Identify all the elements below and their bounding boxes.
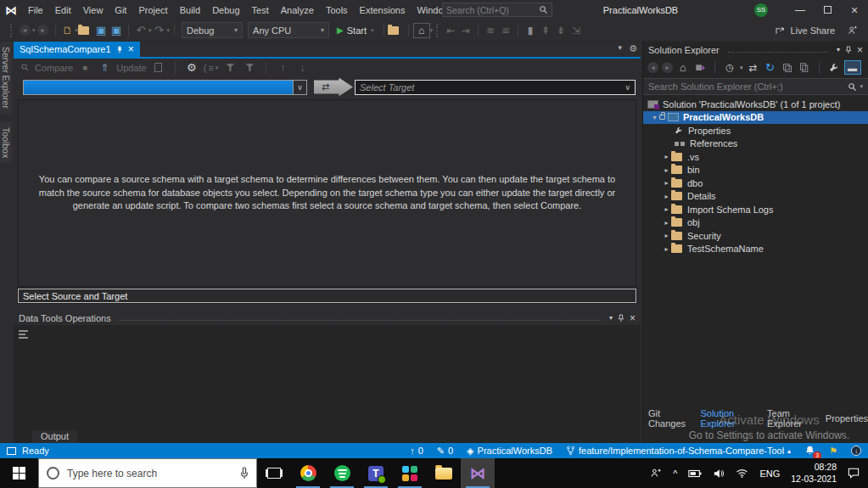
collapsed-arrow-icon[interactable]: ▸: [662, 205, 671, 213]
sync-with-active-document-button[interactable]: ⇄: [747, 61, 760, 75]
menu-git[interactable]: Git: [109, 0, 132, 20]
close-tab-icon[interactable]: ×: [128, 43, 134, 55]
update-button[interactable]: Update: [116, 63, 146, 73]
prev-bookmark-icon[interactable]: ⇞: [538, 23, 553, 38]
tree-row-folder-testschemaname[interactable]: ▸ TestSchemaName: [643, 243, 868, 256]
new-project-icon[interactable]: 🗋: [60, 23, 76, 38]
select-target-dropdown[interactable]: Select Target ∨: [355, 80, 636, 95]
toolbar-grip[interactable]: [10, 24, 14, 37]
undo-icon[interactable]: ↶: [133, 23, 148, 38]
start-debugging-button[interactable]: ▶ Start ▾: [337, 25, 373, 36]
navigate-forward-icon[interactable]: ▸: [36, 23, 51, 38]
menu-build[interactable]: Build: [174, 0, 206, 20]
send-feedback-icon[interactable]: [847, 25, 858, 36]
collapse-all-button[interactable]: [781, 61, 794, 75]
indent-decrease-icon[interactable]: ⇤: [443, 23, 458, 38]
notifications-button[interactable]: 3: [804, 445, 815, 457]
taskbar-chrome-button[interactable]: [291, 458, 325, 488]
properties-tab[interactable]: Properties: [826, 413, 868, 423]
task-view-button[interactable]: [257, 458, 291, 488]
battery-icon[interactable]: [688, 469, 702, 478]
tree-row-folder-bin[interactable]: ▸ bin: [643, 164, 868, 177]
collapsed-arrow-icon[interactable]: ▸: [662, 219, 671, 227]
solution-configurations-dropdown[interactable]: Debug ▾: [182, 22, 243, 38]
stop-icon[interactable]: ■: [77, 60, 92, 76]
update-available-icon[interactable]: ↓: [851, 446, 861, 456]
action-center-icon[interactable]: [848, 468, 860, 479]
window-position-dropdown-icon[interactable]: ▾: [609, 314, 613, 322]
next-bookmark-icon[interactable]: ⇟: [553, 23, 568, 38]
tree-row-folder-vs[interactable]: ▸ .vs: [643, 150, 868, 164]
taskbar-slack-button[interactable]: [393, 458, 427, 488]
menu-view[interactable]: View: [77, 0, 109, 20]
repository-picker[interactable]: ◈ PracticalWorksDB: [467, 446, 552, 457]
redo-icon[interactable]: ↷: [152, 23, 167, 38]
close-panel-icon[interactable]: ×: [857, 44, 863, 56]
tree-row-folder-obj[interactable]: ▸ obj: [643, 216, 868, 230]
collapsed-arrow-icon[interactable]: ▸: [662, 245, 671, 253]
pending-changes-filter-button[interactable]: ◷: [723, 61, 736, 75]
tab-options-gear-icon[interactable]: ⚙: [629, 43, 637, 54]
tree-row-folder-import-schema-logs[interactable]: ▸ Import Schema Logs: [643, 203, 868, 216]
quick-search-input[interactable]: Search (Ctrl+Q): [442, 3, 552, 17]
navigate-back-icon[interactable]: ◂: [17, 23, 32, 38]
data-tools-operations-header[interactable]: Data Tools Operations ▾ ×: [14, 311, 641, 325]
tree-row-folder-details[interactable]: ▸ Details: [643, 190, 868, 204]
options-dropdown-icon[interactable]: ▾: [430, 27, 434, 34]
menu-analyze[interactable]: Analyze: [275, 0, 320, 20]
tree-row-properties[interactable]: Properties: [643, 124, 868, 137]
select-source-chevron[interactable]: ∨: [293, 80, 307, 95]
switch-views-button[interactable]: [693, 61, 707, 75]
feedback-icon[interactable]: ⚑: [829, 446, 837, 456]
preview-selected-items-toggle[interactable]: ▬: [844, 60, 861, 75]
home-button[interactable]: ⌂: [676, 61, 690, 75]
output-tab[interactable]: Output: [32, 430, 77, 443]
close-panel-icon[interactable]: ×: [630, 312, 636, 324]
pin-icon[interactable]: [845, 46, 852, 54]
operations-list-icon[interactable]: [19, 330, 28, 340]
solution-explorer-header[interactable]: Solution Explorer ▾ ×: [643, 42, 868, 58]
uncomment-icon[interactable]: ≌: [498, 23, 513, 38]
open-file-icon[interactable]: [78, 23, 93, 38]
menu-debug[interactable]: Debug: [206, 0, 245, 20]
document-list-dropdown-icon[interactable]: ▾: [619, 43, 623, 54]
microphone-icon[interactable]: [240, 467, 249, 480]
filter-dropdown-icon[interactable]: ▾: [740, 65, 743, 71]
menu-file[interactable]: File: [22, 0, 49, 20]
menu-extensions[interactable]: Extensions: [354, 0, 412, 20]
schema-compare-options-icon[interactable]: ⌂: [413, 23, 430, 38]
taskbar-visual-studio-button[interactable]: ⋈: [461, 458, 495, 488]
switch-source-target-button[interactable]: ⇄: [314, 78, 353, 97]
wifi-icon[interactable]: [736, 468, 748, 478]
back-button[interactable]: ◂: [647, 62, 658, 73]
tree-row-references[interactable]: References: [643, 137, 868, 151]
previous-difference-icon[interactable]: ↑: [275, 60, 290, 76]
window-position-dropdown-icon[interactable]: ▾: [837, 46, 840, 53]
properties-button[interactable]: [827, 61, 841, 75]
toolbox-tab[interactable]: Toolbox: [0, 122, 12, 163]
document-tab-sqlschemacompare1[interactable]: SqlSchemaCompare1 ×: [14, 42, 140, 57]
compare-options-gear-icon[interactable]: ⚙: [184, 60, 199, 76]
show-all-files-button[interactable]: [798, 61, 811, 75]
minimize-button[interactable]: —: [787, 0, 814, 20]
select-source-dropdown[interactable]: [23, 80, 293, 95]
taskbar-clock[interactable]: 08:28 12-03-2021: [791, 462, 837, 484]
collapsed-arrow-icon[interactable]: ▸: [662, 153, 671, 160]
clear-filter-icon[interactable]: [242, 60, 257, 76]
compare-button[interactable]: Compare: [35, 63, 73, 73]
hidden-icons-chevron[interactable]: ^: [673, 468, 677, 479]
pending-edits-indicator[interactable]: ✎ 0: [437, 446, 453, 457]
next-difference-icon[interactable]: ↓: [294, 60, 310, 76]
collapsed-arrow-icon[interactable]: ▸: [662, 166, 671, 174]
search-options-dropdown-icon[interactable]: ▾: [860, 83, 863, 90]
collapsed-arrow-icon[interactable]: ▸: [662, 179, 671, 187]
generate-script-icon[interactable]: [151, 60, 166, 76]
menu-project[interactable]: Project: [132, 0, 173, 20]
tree-row-project[interactable]: ▾ PracticalWorksDB: [643, 111, 868, 125]
taskbar-teams-button[interactable]: T: [359, 458, 393, 488]
pin-icon[interactable]: [618, 314, 624, 323]
branch-picker[interactable]: feature/Implementation-of-Schema-Compare…: [566, 446, 791, 456]
refresh-button[interactable]: ↻: [764, 61, 777, 75]
collapsed-arrow-icon[interactable]: ▸: [662, 232, 671, 239]
maximize-button[interactable]: [814, 0, 841, 20]
